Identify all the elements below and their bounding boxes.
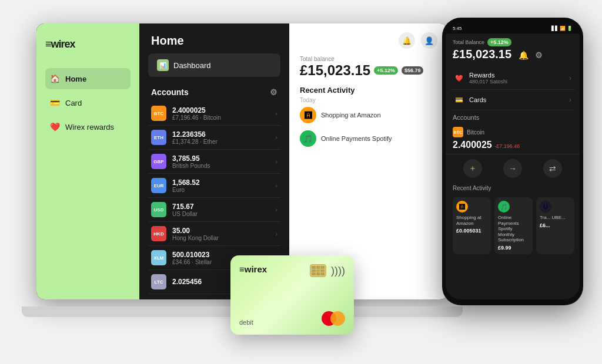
card-debit-label: debit xyxy=(239,319,253,326)
phone-send-button[interactable]: → xyxy=(503,159,522,178)
percent-badge: +5.12% xyxy=(374,66,398,75)
phone-spotify-name: Online Payments Spotify Monthly Subscrip… xyxy=(498,215,529,243)
phone-percent-badge: +5.12% xyxy=(487,38,511,46)
sidebar-item-card-label: Card xyxy=(65,99,82,107)
phone-rewards-icon: ❤️ xyxy=(454,73,464,83)
phone-amazon-amount: £0.005031 xyxy=(456,228,487,234)
sidebar-item-home[interactable]: 🏠 Home xyxy=(45,68,131,89)
phone-accounts-title: Accounts xyxy=(446,110,580,123)
phone-account-item[interactable]: BTC Bitcoin 2.400025 -£7,196.46 xyxy=(446,123,580,154)
table-row[interactable]: BTC 2.4000025 £7,196.46 · Bitcoin › xyxy=(148,102,280,126)
sidebar-item-rewards[interactable]: ❤️ Wirex rewards xyxy=(45,116,131,137)
chevron-right-icon: › xyxy=(275,134,277,141)
total-balance-label: Total balance xyxy=(300,56,437,62)
debit-card: ≡wirex )))) debit xyxy=(230,255,354,335)
spotify-icon: 🎵 xyxy=(300,130,316,147)
recent-activity-title: Recent Activity xyxy=(300,86,437,95)
amount-badge: $56.79 xyxy=(402,66,424,75)
chevron-right-icon: › xyxy=(275,206,277,213)
right-panel-header: 🔔 👤 xyxy=(300,32,437,49)
sidebar-item-home-label: Home xyxy=(65,75,86,83)
phone-nav-rewards[interactable]: ❤️ Rewards 480,017 Satoshi › xyxy=(450,67,575,90)
eur-label: Euro xyxy=(172,187,269,193)
phone-uber-amount: £6... xyxy=(540,223,571,228)
phone-add-button[interactable]: ＋ xyxy=(463,159,482,178)
btc-label: £7,196.46 · Bitcoin xyxy=(172,114,269,121)
card-bottom: debit xyxy=(239,311,345,326)
gbp-info: 3,785.95 British Pounds xyxy=(172,154,269,169)
table-row[interactable]: USD 715.67 US Dollar › xyxy=(148,198,280,222)
phone-cards-icon: 💳 xyxy=(454,95,464,105)
list-item[interactable]: 🅰 Shopping at Amazon £0.005031 xyxy=(453,197,491,254)
dashboard-tab[interactable]: 📊 Dashboard xyxy=(148,53,280,77)
eth-label: £1,374.28 · Ether xyxy=(172,139,269,145)
mastercard-orange-circle xyxy=(330,311,345,326)
total-balance-amount: £15,023.15 +5.12% $56.79 xyxy=(300,62,437,79)
chevron-right-icon: › xyxy=(275,230,277,237)
phone-nav-items: ❤️ Rewards 480,017 Satoshi › 💳 Cards › xyxy=(446,67,580,110)
phone-gear-icon[interactable]: ⚙ xyxy=(535,50,543,60)
mastercard-logo xyxy=(322,311,345,326)
total-balance-section: Total balance £15,023.15 +5.12% $56.79 xyxy=(300,56,437,79)
sidebar-item-card[interactable]: 💳 Card xyxy=(45,92,131,113)
avatar[interactable]: 👤 xyxy=(421,32,437,49)
chevron-right-icon: › xyxy=(569,74,571,82)
sidebar: ≡wirex 🏠 Home 💳 Card ❤️ Wirex rewards xyxy=(36,23,139,299)
bell-icon[interactable]: 🔔 xyxy=(399,32,415,49)
phone-time: 5:45 xyxy=(453,26,462,31)
hkd-amount: 35.00 xyxy=(172,227,269,235)
phone-rewards-label: Rewards 480,017 Satoshi xyxy=(469,72,507,85)
btc-icon: BTC xyxy=(151,106,166,121)
card-logo: ≡wirex xyxy=(239,264,267,274)
usd-label: US Dollar xyxy=(172,211,269,217)
phone-exchange-button[interactable]: ⇄ xyxy=(543,159,562,178)
phone-recent-grid: 🅰 Shopping at Amazon £0.005031 🎵 Online … xyxy=(446,194,580,258)
eth-info: 12.236356 £1,374.28 · Ether xyxy=(172,130,269,145)
phone-amazon-icon: 🅰 xyxy=(456,201,468,213)
phone-nav-cards[interactable]: 💳 Cards › xyxy=(450,90,575,110)
list-item[interactable]: 🎵 Online Payments Spotify xyxy=(300,127,437,150)
phone: 5:45 ▋▋ 📶 🔋 Total Balance +5.12% £15,023… xyxy=(442,18,583,305)
card-chip xyxy=(310,264,326,277)
phone-nav-cards-left: 💳 Cards xyxy=(454,95,486,105)
card-chip-area: )))) xyxy=(310,264,345,277)
phone-balance-label: Total Balance +5.12% xyxy=(453,38,573,46)
phone-bell-icon[interactable]: 🔔 xyxy=(519,50,529,60)
accounts-title: Accounts xyxy=(151,87,189,97)
card-nfc-icon: )))) xyxy=(331,265,345,277)
page-title: Home xyxy=(139,23,289,53)
xlm-icon: XLM xyxy=(151,250,166,265)
table-row[interactable]: HKD 35.00 Hong Kong Dollar › xyxy=(148,222,280,246)
eth-amount: 12.236356 xyxy=(172,130,269,139)
phone-nav-rewards-left: ❤️ Rewards 480,017 Satoshi xyxy=(454,72,507,85)
chevron-right-icon: › xyxy=(275,158,277,165)
table-row[interactable]: EUR 1,568.52 Euro › xyxy=(148,174,280,198)
spotify-activity-label: Online Payments Spotify xyxy=(321,135,392,142)
amazon-icon: 🅰 xyxy=(300,107,316,123)
home-icon: 🏠 xyxy=(50,74,59,83)
eth-icon: ETH xyxy=(151,130,166,145)
gear-icon[interactable]: ⚙ xyxy=(270,87,277,97)
table-row[interactable]: GBP 3,785.95 British Pounds › xyxy=(148,150,280,174)
usd-icon: USD xyxy=(151,202,166,217)
phone-status-bar: 5:45 ▋▋ 📶 🔋 xyxy=(446,23,580,33)
list-item[interactable]: 🅰 Shopping at Amazon xyxy=(300,103,437,127)
phone-amazon-name: Shopping at Amazon xyxy=(456,215,487,226)
phone-spotify-amount: £9.99 xyxy=(498,245,529,251)
gbp-label: British Pounds xyxy=(172,163,269,169)
today-label: Today xyxy=(300,97,437,103)
btc-info: 2.4000025 £7,196.46 · Bitcoin xyxy=(172,106,269,121)
phone-recent-title: Recent Activity xyxy=(446,183,580,194)
list-item[interactable]: U Tra... UBE... £6... xyxy=(536,197,574,254)
gbp-icon: GBP xyxy=(151,154,166,169)
hkd-label: Hong Kong Dollar xyxy=(172,235,269,241)
phone-cards-label: Cards xyxy=(469,96,486,103)
recent-activity-section: Recent Activity Today 🅰 Shopping at Amaz… xyxy=(300,86,437,150)
list-item[interactable]: 🎵 Online Payments Spotify Monthly Subscr… xyxy=(494,197,533,254)
table-row[interactable]: ETH 12.236356 £1,374.28 · Ether › xyxy=(148,126,280,150)
phone-spotify-icon: 🎵 xyxy=(498,201,510,213)
hkd-icon: HKD xyxy=(151,226,166,241)
phone-action-row: ＋ → ⇄ xyxy=(446,154,580,183)
phone-signal-icons: ▋▋ 📶 🔋 xyxy=(551,26,573,31)
logo-icon: ≡wirex xyxy=(45,38,75,50)
